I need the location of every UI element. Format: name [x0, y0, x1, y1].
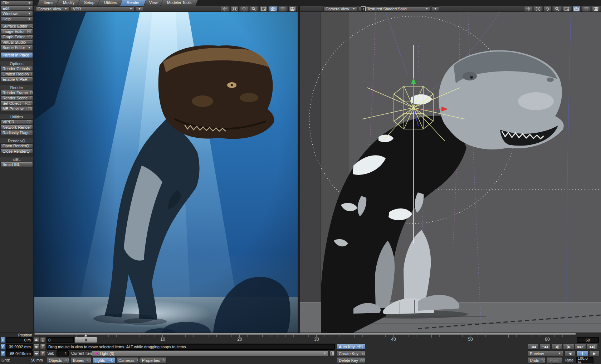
auto-key-button[interactable]: Auto Key+F1 — [337, 344, 365, 350]
sel-label: Sel: — [47, 350, 54, 356]
cameras-mode-button[interactable]: Cameras+C — [116, 357, 139, 363]
axis-x-badge[interactable]: X — [0, 337, 5, 343]
viewport-right-opengl-canvas[interactable] — [300, 12, 601, 333]
go-to-start-button[interactable]: |◀◀ — [528, 344, 539, 350]
play-reverse-button[interactable]: ◀ — [565, 350, 575, 356]
save-icon[interactable] — [288, 6, 297, 12]
image-editor-button[interactable]: Image EditorF6 — [0, 29, 33, 34]
close-renderq-button[interactable]: Close RenderQ — [0, 149, 33, 154]
lights-mode-button[interactable]: Lights+L — [92, 357, 115, 363]
end-frame-field[interactable]: 60 — [577, 337, 599, 343]
radiosity-flags-button[interactable]: Radiosity Flags — [0, 130, 33, 135]
z-envelope-button[interactable]: E — [40, 351, 46, 356]
timeline-ruler[interactable]: 10 20 30 40 50 60 — [74, 334, 576, 343]
z-stepper[interactable]: ◀▶ — [33, 351, 39, 356]
ruler-label: 20 — [237, 337, 242, 342]
bones-mode-button[interactable]: Bones+B — [71, 357, 91, 363]
pan-icon[interactable] — [221, 6, 229, 12]
grid-value: 50 mm — [18, 357, 43, 363]
menu-help[interactable]: Help▼ — [0, 16, 33, 21]
parent-in-place-button[interactable]: Parent in Place — [0, 52, 33, 58]
go-to-end-button[interactable]: ▶▶| — [587, 344, 598, 350]
y-envelope-button[interactable]: E — [40, 344, 46, 349]
current-frame-marker[interactable] — [84, 334, 87, 336]
camera-icon[interactable] — [572, 6, 581, 12]
render-mode-dropdown-left[interactable]: VPR▼ — [71, 6, 135, 11]
play-button[interactable]: ▶ — [589, 350, 600, 356]
position-z-field[interactable]: -65.0419mm — [6, 350, 33, 356]
limited-region-button[interactable]: Limited Regionl — [0, 72, 33, 77]
step-forward-button[interactable]: ||▶ — [563, 344, 574, 350]
axis-z-badge[interactable]: Z — [0, 350, 5, 356]
properties-button[interactable]: Propertiesp — [140, 357, 167, 363]
position-x-field[interactable]: 0 m — [6, 337, 33, 343]
render-frame-button[interactable]: Render FrameF9 — [0, 90, 33, 95]
undo-button[interactable]: Undo^Z — [528, 357, 546, 363]
axis-y-badge[interactable]: Y — [0, 344, 5, 350]
rotate-icon[interactable] — [543, 6, 552, 12]
smart-ibl-button[interactable]: Smart IBL — [0, 162, 33, 167]
menu-icon[interactable] — [279, 6, 287, 12]
y-stepper[interactable]: ◀▶ — [33, 344, 39, 349]
render-mode-dropdown-right[interactable]: TTextured Shaded Solid▼ — [359, 6, 430, 11]
tab-modeler-tools[interactable]: Modeler Tools — [160, 0, 199, 6]
current-item-dropdown[interactable]: Light (3) ▼ — [92, 350, 328, 356]
orbit-icon[interactable] — [230, 6, 239, 12]
view-type-dropdown-right[interactable]: Camera View▼ — [323, 6, 357, 11]
objects-mode-button[interactable]: Objects+O — [47, 357, 70, 363]
graph-editor-button[interactable]: Graph Editor^F2 — [0, 34, 33, 39]
view-type-dropdown-left[interactable]: Camera View▼ — [35, 6, 69, 11]
x-stepper[interactable]: ◀▶ — [33, 337, 39, 343]
render-globals-button[interactable]: Render Globals — [0, 66, 33, 71]
render-scene-button[interactable]: Render SceneF10 — [0, 95, 33, 100]
save-icon[interactable] — [592, 6, 600, 12]
chevron-down-icon: ▼ — [321, 352, 326, 355]
viewport-left-vpr-canvas[interactable] — [34, 12, 298, 333]
camera-icon[interactable] — [269, 6, 277, 12]
rate-field[interactable]: 100.0 % — [576, 357, 593, 363]
tab-render[interactable]: Render — [119, 0, 146, 6]
viewport-menu-dropdown-left[interactable]: ▼ — [136, 6, 143, 11]
create-key-button[interactable]: Create Keyret — [337, 350, 365, 356]
minmax-icon[interactable] — [563, 6, 571, 12]
delete-key-button[interactable]: Delete Keydel — [337, 357, 365, 363]
ruler-label: 40 — [391, 337, 396, 342]
network-render-button[interactable]: Network Render — [0, 125, 33, 130]
viper-button[interactable]: VIPERF7 — [0, 119, 33, 124]
minmax-icon[interactable] — [259, 6, 268, 12]
preview-dropdown[interactable]: Preview▼ — [528, 350, 563, 356]
redo-button[interactable]: Redo — [547, 357, 563, 363]
menu-edit[interactable]: Edit▼ — [0, 6, 33, 11]
pause-button[interactable]: || — [576, 350, 588, 356]
position-y-field[interactable]: 39.9992 mm — [6, 344, 33, 350]
enable-viper-button[interactable]: Enable VIPER — [0, 77, 33, 82]
frame-slider-handle[interactable]: 0 — [74, 337, 97, 343]
open-renderq-button[interactable]: Open RenderQ — [0, 143, 33, 148]
zoom-icon[interactable] — [250, 6, 258, 12]
section-utilities: Utilities — [0, 114, 33, 119]
mb-preview-button[interactable]: MB Preview+F9 — [0, 106, 33, 111]
x-envelope-button[interactable]: E — [40, 337, 46, 343]
ruler-label: 10 — [160, 337, 165, 342]
current-frame-field[interactable]: 0 — [47, 337, 74, 343]
viewport-menu-dropdown-right[interactable]: ▼ — [432, 6, 439, 11]
ruler-label: 60 — [545, 337, 549, 342]
viewport-right-header: Camera View▼ TTextured Shaded Solid▼ ▼ — [300, 6, 601, 12]
step-back-button[interactable]: ◀|| — [551, 344, 562, 350]
menu-icon[interactable] — [582, 6, 590, 12]
next-key-button[interactable]: ▶▶+ — [575, 344, 586, 350]
sel-count: 1 — [57, 350, 69, 356]
scene-editor-button[interactable]: Scene Editor▼ — [0, 45, 33, 50]
sel-object-button[interactable]: Sel ObjectF11 — [0, 101, 33, 106]
pan-icon[interactable] — [524, 6, 532, 12]
orbit-icon[interactable] — [534, 6, 542, 12]
light-item-icon — [94, 352, 98, 355]
surface-editor-button[interactable]: Surface EditorF5 — [0, 24, 33, 29]
menu-windows[interactable]: Windows▼ — [0, 11, 33, 16]
menu-file[interactable]: File▼ — [0, 0, 33, 5]
zoom-icon[interactable] — [553, 6, 561, 12]
virtual-studio-button[interactable]: Virtual Studio — [0, 40, 33, 45]
rotate-icon[interactable] — [240, 6, 248, 12]
previous-key-button[interactable]: +◀◀ — [539, 344, 551, 350]
item-list-button[interactable] — [329, 350, 335, 356]
